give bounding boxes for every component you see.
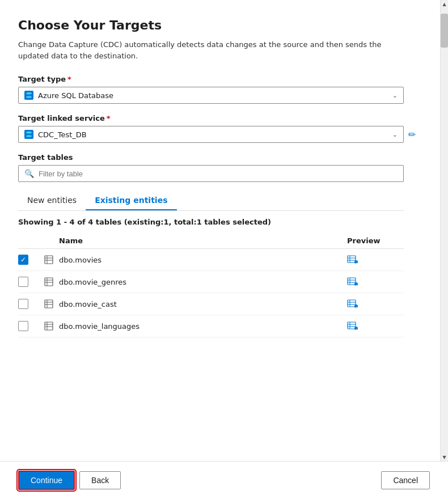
target-linked-service-dropdown[interactable]: CDC_Test_DB ⌄: [18, 126, 404, 143]
preview-icon-4[interactable]: +: [347, 322, 404, 331]
svg-rect-14: [348, 256, 356, 263]
svg-point-8: [26, 135, 32, 137]
row-name-4: dbo.movie_languages: [59, 322, 347, 331]
table-grid-icon-2: [39, 277, 59, 286]
target-type-value: Azure SQL Database: [38, 91, 113, 100]
preview-icon-3[interactable]: +: [347, 299, 404, 308]
azure-sql-icon: [24, 91, 33, 100]
svg-point-3: [26, 96, 32, 98]
table-row: dbo.movies +: [18, 249, 404, 271]
svg-rect-24: [348, 278, 356, 285]
row-name-3: dbo.movie_cast: [59, 300, 347, 308]
target-linked-service-label: Target linked service *: [18, 114, 425, 122]
scroll-up-arrow[interactable]: ▲: [441, 0, 448, 8]
target-tables-field: Target tables 🔍 New entities Existing en…: [18, 153, 425, 337]
table-grid-icon-1: [39, 255, 59, 264]
svg-rect-30: [45, 300, 53, 308]
header-preview-col: Preview: [347, 236, 404, 245]
page-title: Choose Your Targets: [18, 18, 425, 32]
svg-rect-34: [348, 300, 356, 307]
showing-text: Showing 1 - 4 of 4 tables (existing:1, t…: [18, 218, 425, 226]
cancel-button[interactable]: Cancel: [381, 471, 430, 489]
row-checkbox-4[interactable]: [18, 321, 28, 331]
search-icon: 🔍: [24, 169, 34, 178]
svg-point-4: [26, 92, 32, 95]
table-row: dbo.movie_cast +: [18, 293, 404, 315]
entity-tabs: New entities Existing entities: [18, 191, 404, 211]
target-type-field: Target type * Azure SQL Database ⌄: [18, 75, 425, 104]
row-name-1: dbo.movies: [59, 256, 347, 264]
svg-rect-40: [45, 322, 53, 330]
svg-text:+: +: [355, 306, 357, 309]
scroll-thumb[interactable]: [441, 14, 448, 48]
required-indicator: *: [67, 75, 71, 83]
table-grid-icon-3: [39, 299, 59, 308]
target-linked-service-field: Target linked service * CDC_Test_DB: [18, 114, 425, 143]
table-row: dbo.movie_languages +: [18, 315, 404, 337]
svg-point-9: [26, 132, 32, 134]
page-description: Change Data Capture (CDC) automatically …: [18, 39, 404, 61]
tables-list: Name Preview dbo.movies: [18, 233, 404, 337]
required-indicator-2: *: [107, 114, 111, 122]
row-checkbox-2[interactable]: [18, 277, 28, 287]
filter-input-container: 🔍: [18, 165, 404, 182]
back-button[interactable]: Back: [79, 471, 121, 489]
svg-rect-10: [45, 256, 53, 264]
linked-service-icon: [24, 130, 33, 139]
header-name-col: Name: [59, 236, 347, 245]
table-header: Name Preview: [18, 233, 404, 249]
target-type-label: Target type *: [18, 75, 425, 83]
linked-service-chevron: ⌄: [392, 131, 398, 138]
svg-text:+: +: [355, 284, 357, 287]
row-name-2: dbo.movie_genres: [59, 278, 347, 286]
target-type-chevron: ⌄: [392, 92, 398, 99]
svg-rect-44: [348, 322, 356, 329]
continue-button[interactable]: Continue: [18, 471, 75, 490]
edit-linked-service-icon[interactable]: ✏️: [408, 129, 416, 140]
linked-service-value: CDC_Test_DB: [38, 130, 87, 139]
footer: Continue Back Cancel: [0, 461, 448, 499]
svg-rect-20: [45, 278, 53, 286]
tab-new-entities[interactable]: New entities: [18, 191, 86, 210]
svg-text:+: +: [355, 328, 357, 331]
filter-input[interactable]: [39, 170, 398, 178]
target-type-dropdown[interactable]: Azure SQL Database ⌄: [18, 87, 404, 104]
tab-existing-entities[interactable]: Existing entities: [86, 191, 176, 210]
svg-text:+: +: [355, 261, 357, 265]
table-row: dbo.movie_genres +: [18, 271, 404, 293]
preview-icon-2[interactable]: +: [347, 277, 404, 286]
scroll-down-arrow[interactable]: ▼: [441, 453, 448, 461]
preview-icon-1[interactable]: +: [347, 255, 404, 264]
table-grid-icon-4: [39, 322, 59, 331]
row-checkbox-1[interactable]: [18, 255, 28, 265]
target-tables-label: Target tables: [18, 153, 425, 162]
row-checkbox-3[interactable]: [18, 299, 28, 309]
